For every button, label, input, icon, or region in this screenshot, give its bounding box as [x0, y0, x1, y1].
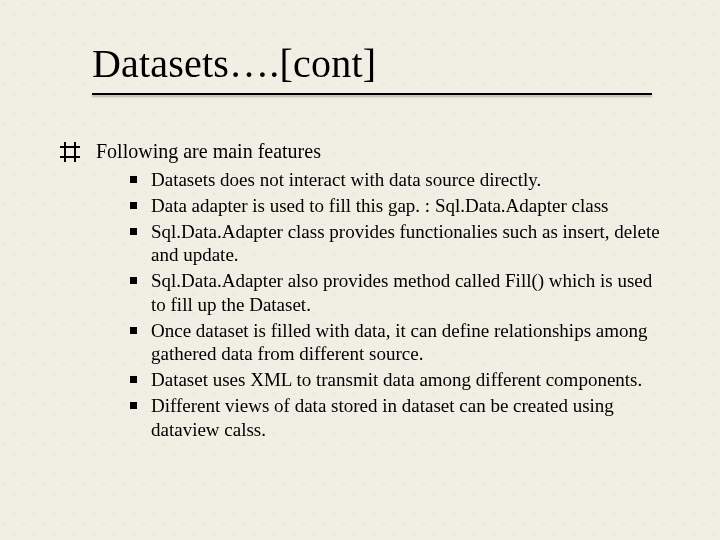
square-bullet-icon — [130, 277, 137, 284]
sub-bullets: Datasets does not interact with data sou… — [60, 168, 670, 441]
list-item: Different views of data stored in datase… — [130, 394, 670, 442]
list-item-text: Dataset uses XML to transmit data among … — [151, 368, 642, 392]
square-bullet-icon — [130, 376, 137, 383]
slide-title: Datasets….[cont] — [92, 40, 670, 87]
list-item-text: Data adapter is used to fill this gap. :… — [151, 194, 608, 218]
bullet-level1: Following are main features — [60, 139, 670, 164]
square-bullet-icon — [130, 402, 137, 409]
title-underline — [92, 93, 652, 95]
list-item: Data adapter is used to fill this gap. :… — [130, 194, 670, 218]
list-item-text: Once dataset is filled with data, it can… — [151, 319, 670, 367]
list-item-text: Datasets does not interact with data sou… — [151, 168, 541, 192]
list-item: Sql.Data.Adapter class provides function… — [130, 220, 670, 268]
list-item: Dataset uses XML to transmit data among … — [130, 368, 670, 392]
list-item: Sql.Data.Adapter also provides method ca… — [130, 269, 670, 317]
list-item-text: Different views of data stored in datase… — [151, 394, 670, 442]
list-item: Once dataset is filled with data, it can… — [130, 319, 670, 367]
list-item: Datasets does not interact with data sou… — [130, 168, 670, 192]
bullet-level1-text: Following are main features — [96, 139, 321, 164]
slide-body: Following are main features Datasets doe… — [60, 139, 670, 441]
square-bullet-icon — [130, 176, 137, 183]
square-bullet-icon — [130, 202, 137, 209]
square-bullet-icon — [130, 228, 137, 235]
slide: Datasets….[cont] Following are main feat… — [0, 0, 720, 540]
list-item-text: Sql.Data.Adapter also provides method ca… — [151, 269, 670, 317]
square-bullet-icon — [130, 327, 137, 334]
list-item-text: Sql.Data.Adapter class provides function… — [151, 220, 670, 268]
frame-corners-icon — [60, 142, 80, 162]
